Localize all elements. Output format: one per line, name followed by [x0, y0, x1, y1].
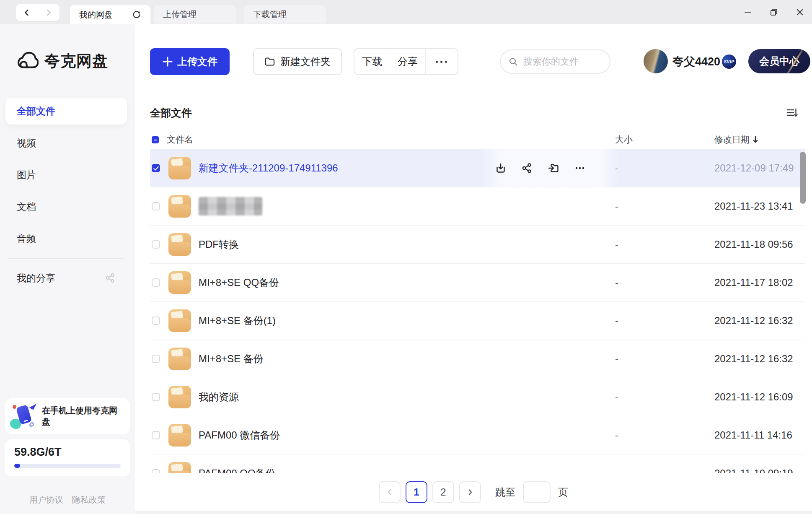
- storage-progress-fill: [14, 464, 20, 468]
- row-checkbox[interactable]: [152, 240, 160, 249]
- forward-button[interactable]: [38, 4, 60, 21]
- file-date: 2021-11-23 13:41: [714, 200, 793, 212]
- download-button[interactable]: 下载: [354, 49, 390, 74]
- row-checkbox[interactable]: [152, 469, 160, 473]
- pagination: 1 2 跳至 页: [135, 481, 812, 503]
- search-input[interactable]: [523, 56, 602, 67]
- privacy-policy-link[interactable]: 隐私政策: [72, 495, 106, 504]
- toolbar: 上传文件 新建文件夹 下载 分享 夸父4420 SVIP: [150, 48, 805, 75]
- share-button[interactable]: 分享: [390, 49, 425, 74]
- sidebar-item-videos[interactable]: 视频: [5, 130, 127, 156]
- file-row[interactable]: MI+8+SE 备份(1) - 2021-11-12 16:32: [150, 302, 805, 340]
- user-agreement-link[interactable]: 用户协议: [29, 495, 63, 504]
- file-list: 新建文件夹-211209-174911396 - 2: [150, 149, 805, 473]
- sidebar-item-images[interactable]: 图片: [5, 161, 127, 188]
- sidebar-item-label: 文档: [17, 200, 36, 213]
- close-button[interactable]: [795, 8, 804, 17]
- svip-badge: SVIP: [722, 55, 736, 69]
- minimize-button[interactable]: [743, 8, 753, 17]
- new-folder-button[interactable]: 新建文件夹: [253, 48, 342, 75]
- refresh-icon[interactable]: [132, 10, 141, 19]
- folder-icon: [168, 462, 191, 473]
- row-actions: [481, 149, 619, 187]
- file-name[interactable]: MI+8+SE QQ备份: [199, 276, 279, 289]
- chevron-right-icon: [45, 9, 52, 16]
- member-center-button[interactable]: 会员中心: [748, 49, 810, 73]
- back-button[interactable]: [16, 4, 38, 21]
- file-name[interactable]: PAFM00 QQ备份: [199, 467, 276, 473]
- tab-upload-manager[interactable]: 上传管理: [154, 5, 236, 23]
- prev-page-button[interactable]: [379, 481, 401, 503]
- upload-file-label: 上传文件: [177, 55, 217, 68]
- file-name[interactable]: 新建文件夹-211209-174911396: [199, 161, 338, 175]
- more-icon[interactable]: [574, 162, 586, 174]
- row-checkbox[interactable]: [152, 202, 160, 210]
- column-header-date[interactable]: 修改日期: [714, 130, 759, 149]
- file-size: -: [615, 200, 618, 212]
- tab-download-manager[interactable]: 下载管理: [244, 5, 326, 23]
- file-date: 2021-11-12 16:32: [714, 353, 793, 365]
- row-checkbox[interactable]: [152, 393, 160, 401]
- file-name[interactable]: MI+8+SE 备份(1): [199, 314, 276, 327]
- app-logo: 夸克网盘: [17, 50, 108, 72]
- sidebar-item-all-files[interactable]: 全部文件: [5, 98, 127, 125]
- folder-icon: [168, 348, 191, 370]
- list-settings-icon[interactable]: [786, 106, 798, 119]
- app-window: 我的网盘 上传管理 下载管理 夸: [0, 0, 812, 514]
- tab-label: 下载管理: [253, 9, 317, 20]
- next-page-button[interactable]: [459, 481, 481, 503]
- file-row[interactable]: 我的资源 - 2021-11-12 16:09: [150, 378, 805, 416]
- user-avatar[interactable]: [644, 49, 668, 73]
- folder-icon: [168, 233, 191, 256]
- sidebar-nav: 全部文件 视频 图片 文档 音频 我的分享: [5, 98, 127, 296]
- file-name-censored[interactable]: [199, 197, 262, 215]
- file-size: -: [615, 429, 618, 441]
- scrollbar-thumb[interactable]: [800, 152, 806, 204]
- file-name[interactable]: PDF转换: [199, 238, 239, 251]
- file-name[interactable]: MI+8+SE 备份: [199, 352, 264, 366]
- share-icon: [105, 273, 116, 283]
- file-row[interactable]: PAFM00 QQ备份 - 2021-11-10 09:19: [150, 454, 805, 473]
- storage-usage: 59.8G/6T: [14, 446, 121, 459]
- folder-icon: [168, 309, 191, 332]
- tab-my-drive[interactable]: 我的网盘: [70, 5, 150, 24]
- page-button-1[interactable]: 1: [406, 481, 427, 503]
- file-row[interactable]: PDF转换 - 2021-11-18 09:56: [150, 226, 805, 264]
- row-checkbox[interactable]: [152, 164, 160, 172]
- file-row[interactable]: MI+8+SE QQ备份 - 2021-11-17 18:02: [150, 264, 805, 302]
- more-actions-button[interactable]: [425, 49, 458, 74]
- page-button-2[interactable]: 2: [432, 481, 454, 503]
- share-icon[interactable]: [521, 162, 533, 174]
- file-name[interactable]: 我的资源: [199, 390, 239, 404]
- download-icon[interactable]: [495, 162, 507, 174]
- move-to-folder-icon[interactable]: [548, 162, 559, 174]
- folder-icon: [168, 424, 191, 447]
- row-checkbox[interactable]: [152, 355, 160, 363]
- file-size: -: [615, 353, 618, 365]
- file-row[interactable]: MI+8+SE 备份 - 2021-11-12 16:32: [150, 340, 805, 378]
- row-checkbox[interactable]: [152, 278, 160, 287]
- select-all-checkbox[interactable]: [152, 136, 159, 143]
- row-checkbox[interactable]: [152, 431, 160, 439]
- file-row-selected[interactable]: 新建文件夹-211209-174911396 - 2: [150, 149, 805, 187]
- row-checkbox[interactable]: [152, 317, 160, 325]
- file-row[interactable]: - 2021-11-23 13:41: [150, 187, 805, 226]
- file-row[interactable]: PAFM00 微信备份 - 2021-11-11 14:16: [150, 416, 805, 454]
- cloud-logo-icon: [17, 50, 39, 72]
- sidebar-divider: [8, 258, 124, 259]
- sidebar-item-my-shares[interactable]: 我的分享: [5, 265, 127, 291]
- username[interactable]: 夸父4420: [672, 48, 720, 75]
- jump-page-input[interactable]: [523, 481, 551, 503]
- sidebar-item-documents[interactable]: 文档: [5, 193, 127, 220]
- mobile-promo-card[interactable]: 在手机上使用夸克网盘: [5, 398, 130, 434]
- download-label: 下载: [362, 55, 382, 68]
- file-name[interactable]: PAFM00 微信备份: [199, 428, 280, 442]
- search-box[interactable]: [500, 49, 610, 74]
- sort-descending-icon: [752, 136, 759, 143]
- restore-button[interactable]: [769, 8, 778, 17]
- sidebar-item-audio[interactable]: 音频: [5, 225, 127, 252]
- new-folder-icon: [264, 56, 275, 67]
- history-nav: [16, 4, 59, 21]
- tab-label: 上传管理: [163, 9, 227, 20]
- upload-file-button[interactable]: 上传文件: [150, 48, 230, 75]
